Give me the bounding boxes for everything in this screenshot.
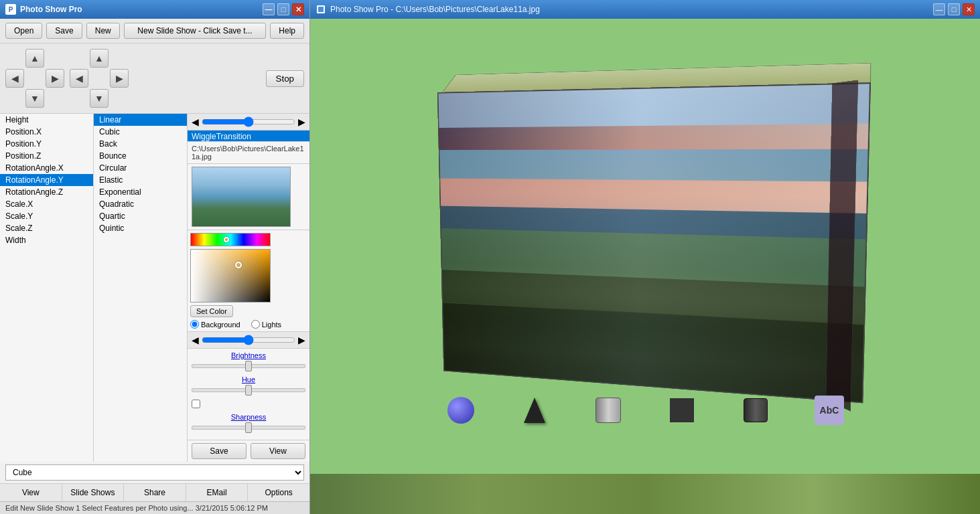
bg-radio-text: Background xyxy=(201,321,240,329)
left-arrow-pad: ▲ ◀ ▶ ▼ xyxy=(5,49,64,108)
lights-radio-label[interactable]: Lights xyxy=(251,320,281,329)
sharpness-checkbox[interactable] xyxy=(192,400,200,408)
arrow-controls: ▲ ◀ ▶ ▼ ▲ ◀ ▶ ▼ Stop xyxy=(0,44,309,114)
color-picker-dot xyxy=(235,262,242,268)
maximize-button[interactable]: □ xyxy=(277,3,289,15)
slider2[interactable] xyxy=(202,335,295,345)
right-maximize-button[interactable]: □ xyxy=(948,3,960,15)
prop-rot-x[interactable]: RotationAngle.X xyxy=(0,162,93,174)
abc-icon: AbC xyxy=(815,396,844,425)
pad-right-1[interactable]: ▶ xyxy=(46,69,64,88)
col3-area: ◀ ▶ WiggleTransition WaveTransition Wate… xyxy=(188,114,309,462)
tab-email[interactable]: EMail xyxy=(186,484,249,501)
pad-empty-4 xyxy=(46,89,64,108)
brightness-slider[interactable] xyxy=(192,364,305,368)
prop-scale-z[interactable]: Scale.Z xyxy=(0,222,93,234)
bg-radio-label[interactable]: Background xyxy=(190,320,240,329)
prop-width[interactable]: Width xyxy=(0,234,93,246)
cylinder-icon xyxy=(596,398,621,423)
ball-icon xyxy=(447,397,474,424)
ease-quartic[interactable]: Quartic xyxy=(94,210,187,222)
tab-options[interactable]: Options xyxy=(248,484,309,501)
brightness-section: Brightness xyxy=(192,351,305,370)
band-2 xyxy=(439,123,869,150)
right-close-button[interactable]: ✕ xyxy=(963,3,975,15)
cube-dropdown[interactable]: Cube xyxy=(5,464,304,481)
lights-radio[interactable] xyxy=(251,320,260,329)
pad-right-2[interactable]: ▶ xyxy=(110,69,129,88)
col3-view-button[interactable]: View xyxy=(251,443,305,459)
new-slideshow-button[interactable]: New Slide Show - Click Save t... xyxy=(124,23,267,39)
icon-abc-container: AbC xyxy=(813,394,846,427)
ease-quadratic[interactable]: Quadratic xyxy=(94,198,187,210)
trans-wiggle[interactable]: WiggleTransition xyxy=(188,131,309,142)
open-button[interactable]: Open xyxy=(5,23,42,39)
ease-quintic[interactable]: Quintic xyxy=(94,222,187,234)
set-color-button[interactable]: Set Color xyxy=(190,305,233,317)
radio-row: Background Lights xyxy=(190,320,307,329)
prop-height[interactable]: Height xyxy=(0,114,93,126)
pad-up-1[interactable]: ▲ xyxy=(25,49,44,68)
lights-radio-text: Lights xyxy=(262,321,281,329)
ease-cubic[interactable]: Cubic xyxy=(94,126,187,138)
new-button[interactable]: New xyxy=(86,23,120,39)
toolbar: Open Save New New Slide Show - Click Sav… xyxy=(0,19,309,44)
sharpness-section: Sharpness xyxy=(192,413,305,432)
help-button[interactable]: Help xyxy=(270,23,304,39)
stop-button[interactable]: Stop xyxy=(266,70,304,87)
prop-pos-z[interactable]: Position.Z xyxy=(0,150,93,162)
color-picker[interactable] xyxy=(190,249,271,303)
prop-scale-y[interactable]: Scale.Y xyxy=(0,210,93,222)
sharpness-label[interactable]: Sharpness xyxy=(192,413,305,421)
right-minimize-button[interactable]: — xyxy=(933,3,945,15)
bottom-icons-row: AbC xyxy=(310,394,980,427)
ease-back[interactable]: Back xyxy=(94,138,187,150)
prop-pos-x[interactable]: Position.X xyxy=(0,126,93,138)
save-button[interactable]: Save xyxy=(46,23,82,39)
pad-left-2[interactable]: ◀ xyxy=(70,69,88,88)
pad-empty-7 xyxy=(70,89,88,108)
prop-pos-y[interactable]: Position.Y xyxy=(0,138,93,150)
pad-down-1[interactable]: ▼ xyxy=(25,89,44,108)
pad-empty-6 xyxy=(110,49,129,68)
prop-rot-z[interactable]: RotationAngle.Z xyxy=(0,186,93,198)
easing-list: Linear Cubic Back Bounce Circular Elasti… xyxy=(94,114,188,462)
ease-linear[interactable]: Linear xyxy=(94,114,187,126)
right-panel: Photo Show Pro - C:\Users\Bob\Pictures\C… xyxy=(310,0,980,514)
icon-square-container xyxy=(665,394,699,427)
slider2-left-arrow[interactable]: ◀ xyxy=(192,335,199,345)
ease-bounce[interactable]: Bounce xyxy=(94,150,187,162)
col3-save-button[interactable]: Save xyxy=(192,443,247,459)
three-col-area: Height Position.X Position.Y Position.Z … xyxy=(0,114,309,462)
tab-slideshows[interactable]: Slide Shows xyxy=(62,484,125,501)
bottom-tabs: View Slide Shows Share EMail Options xyxy=(0,483,309,501)
minimize-button[interactable]: — xyxy=(263,3,275,15)
brightness-label[interactable]: Brightness xyxy=(192,351,305,359)
ease-circular[interactable]: Circular xyxy=(94,162,187,174)
color-section: Set Color Background Lights xyxy=(188,230,309,331)
tab-share[interactable]: Share xyxy=(124,484,186,501)
prop-scale-x[interactable]: Scale.X xyxy=(0,198,93,210)
band-1 xyxy=(438,84,869,127)
tab-view[interactable]: View xyxy=(0,484,62,501)
hue-slider[interactable] xyxy=(192,388,305,392)
pad-up-2[interactable]: ▲ xyxy=(90,49,109,68)
ease-elastic[interactable]: Elastic xyxy=(94,174,187,186)
icon-ball-container xyxy=(444,394,478,427)
bg-radio[interactable] xyxy=(190,320,199,329)
sharpness-slider[interactable] xyxy=(192,426,305,430)
pad-left-1[interactable]: ◀ xyxy=(5,69,24,88)
close-button[interactable]: ✕ xyxy=(292,3,304,15)
col3-right-arrow[interactable]: ▶ xyxy=(298,116,305,127)
col3-left-arrow[interactable]: ◀ xyxy=(192,116,199,127)
pad-empty-8 xyxy=(110,89,129,108)
pad-down-2[interactable]: ▼ xyxy=(90,89,109,108)
col3-slider[interactable] xyxy=(202,117,295,126)
band-3 xyxy=(439,149,867,181)
hue-label[interactable]: Hue xyxy=(192,375,305,383)
color-bar[interactable] xyxy=(190,233,271,246)
prop-rot-y[interactable]: RotationAngle.Y xyxy=(0,174,93,186)
ease-exponential[interactable]: Exponential xyxy=(94,186,187,198)
svg-rect-1 xyxy=(318,7,324,12)
slider2-right-arrow[interactable]: ▶ xyxy=(298,335,305,345)
